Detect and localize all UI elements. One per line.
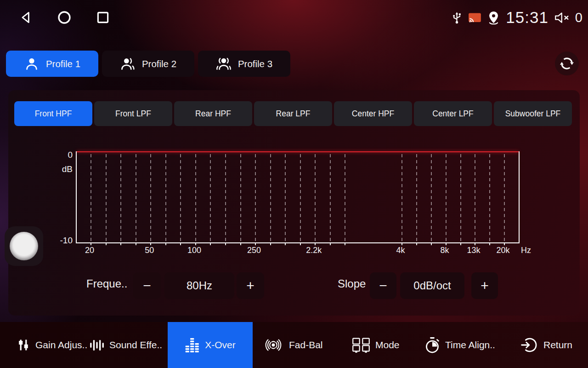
filter-tab-front-lpf[interactable]: Front LPF [94, 101, 172, 126]
nav-item-label: Time Align.. [445, 339, 495, 351]
axis-tick-mark [195, 243, 196, 245]
back-button[interactable] [17, 9, 34, 26]
nav-item-fad-bal[interactable]: Fad-Bal [263, 322, 323, 368]
slope-decrement-button[interactable]: − [370, 272, 396, 299]
gain-adjust-icon [17, 338, 30, 352]
x-axis-tick: 250 [247, 246, 261, 255]
recents-square-icon [95, 10, 111, 25]
volume-level: 0 [575, 10, 582, 25]
gridline [180, 154, 181, 242]
gridline [504, 154, 505, 242]
axis-tick-mark [240, 243, 241, 245]
x-axis-tick: 4k [396, 246, 405, 255]
x-axis-tick: 8k [440, 246, 449, 255]
usb-icon [451, 11, 463, 24]
axis-tick-mark [345, 243, 345, 245]
y-axis-tick-bottom: -10 [47, 236, 73, 246]
gridline [210, 154, 211, 242]
frequency-increment-button[interactable]: + [237, 272, 264, 299]
gridline [106, 154, 107, 242]
cast-active-icon [468, 12, 481, 23]
nav-item-return[interactable]: Return [521, 322, 572, 368]
filter-tab-center-hpf[interactable]: Center HPF [334, 101, 412, 126]
slope-label: Slope [338, 277, 366, 290]
x-axis-tick-labels: 20501002502.2k4k8k13k20k [76, 246, 518, 257]
gridline [165, 154, 166, 242]
filter-tab-center-lpf[interactable]: Center LPF [414, 101, 492, 126]
frequency-decrement-button[interactable]: − [133, 272, 161, 299]
profile-tab-label: Profile 1 [46, 58, 80, 69]
sync-button[interactable] [555, 52, 579, 75]
x-axis-unit-label: Hz [521, 246, 531, 255]
axis-tick-mark [150, 243, 151, 245]
nav-item-time-align[interactable]: Time Align.. [424, 322, 495, 368]
y-axis-unit-label: dB [47, 164, 73, 174]
knob-circle [10, 232, 38, 260]
nav-item-x-over[interactable]: X-Over [168, 322, 253, 368]
filter-tab-subwoofer-lpf[interactable]: Subwoofer LPF [494, 101, 572, 126]
time-align-icon [424, 337, 440, 354]
axis-tick-mark [255, 243, 256, 245]
recents-button[interactable] [95, 9, 111, 26]
gridline [431, 154, 432, 242]
xover-icon [185, 338, 200, 353]
axis-tick-mark [416, 243, 417, 245]
location-icon [486, 11, 501, 25]
nav-item-label: Sound Effe.. [109, 339, 162, 351]
fad-bal-icon [263, 335, 284, 355]
x-axis-tick: 13k [467, 246, 480, 255]
filter-tab-front-hpf[interactable]: Front HPF [14, 101, 92, 126]
android-navigation-bar [17, 9, 111, 26]
return-icon [521, 337, 538, 353]
axis-tick-mark [165, 243, 166, 245]
volume-knob-overlay[interactable] [5, 226, 43, 266]
filter-tab-rear-hpf[interactable]: Rear HPF [174, 101, 252, 126]
mode-icon [352, 337, 370, 353]
filter-tabs: Front HPFFront LPFRear HPFRear LPFCenter… [14, 101, 572, 126]
gridline [489, 154, 490, 242]
axis-tick-mark [315, 243, 316, 245]
frequency-label: Freque.. [86, 277, 127, 290]
response-curve-0db [77, 151, 519, 152]
gridline [285, 154, 286, 242]
nav-item-sound-effe[interactable]: Sound Effe.. [89, 322, 162, 368]
bottom-navigation: Gain Adjus..Sound Effe..X-OverFad-BalMod… [0, 322, 588, 368]
nav-item-label: Gain Adjus.. [35, 339, 87, 351]
axis-tick-mark [225, 243, 226, 245]
nav-item-label: Mode [375, 339, 400, 351]
axis-tick-mark [270, 243, 271, 245]
gridline [120, 154, 121, 242]
y-axis-tick-top: 0 [47, 150, 73, 160]
profile-3-icon [216, 56, 232, 72]
nav-item-label: Return [543, 339, 572, 351]
nav-item-gain-adjus[interactable]: Gain Adjus.. [17, 322, 87, 368]
status-bar-right: 15:31 0 [451, 7, 582, 28]
profile-tab-3[interactable]: Profile 3 [198, 51, 290, 77]
nav-item-label: X-Over [205, 339, 236, 351]
profile-tab-label: Profile 2 [142, 58, 176, 69]
xover-panel: Front HPFFront LPFRear HPFRear LPFCenter… [8, 90, 580, 316]
profile-tab-2[interactable]: Profile 2 [102, 51, 194, 77]
home-button[interactable] [56, 9, 73, 26]
profile-tab-label: Profile 3 [238, 58, 272, 69]
axis-tick-mark [460, 243, 461, 245]
nav-item-mode[interactable]: Mode [352, 322, 400, 368]
gridline [150, 154, 151, 242]
axis-tick-mark [106, 243, 107, 245]
gridline [240, 154, 241, 242]
x-axis-tick: 20 [85, 246, 94, 255]
profile-tab-1[interactable]: Profile 1 [6, 51, 98, 77]
gridline [195, 154, 196, 242]
gridline [475, 154, 475, 242]
profile-tabs: Profile 1Profile 2Profile 3 [6, 51, 290, 77]
gridline [446, 154, 447, 242]
gridline [315, 154, 316, 242]
filter-tab-rear-lpf[interactable]: Rear LPF [254, 101, 332, 126]
axis-tick-mark [401, 243, 402, 245]
gridline [255, 154, 256, 242]
home-circle-icon [56, 9, 73, 26]
gridline [300, 154, 301, 242]
axis-tick-mark [431, 243, 432, 245]
volume-muted-icon [554, 12, 572, 24]
slope-increment-button[interactable]: + [471, 272, 498, 299]
